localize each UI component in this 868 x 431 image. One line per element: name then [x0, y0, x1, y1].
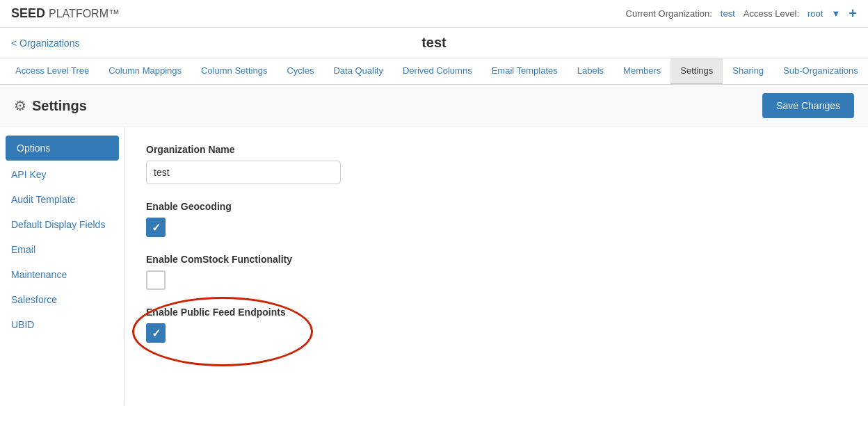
comstock-label: Enable ComStock Functionality: [146, 254, 847, 265]
nav-tab-sub-organizations[interactable]: Sub-Organizations: [773, 58, 868, 84]
comstock-field-group: Enable ComStock Functionality: [146, 254, 847, 290]
nav-tab-labels[interactable]: Labels: [568, 58, 613, 84]
top-right-area: Current Organization: test Access Level:…: [626, 6, 857, 22]
nav-tab-column-settings[interactable]: Column Settings: [191, 58, 277, 84]
access-label: Access Level:: [744, 8, 799, 19]
sidebar-item-default-display-fields[interactable]: Default Display Fields: [0, 212, 124, 237]
comstock-checkbox-wrapper: [146, 270, 847, 290]
nav-tab-access-level-tree[interactable]: Access Level Tree: [6, 58, 99, 84]
sidebar: OptionsAPI KeyAudit TemplateDefault Disp…: [0, 127, 125, 405]
nav-tabs: Access Level TreeColumn MappingsColumn S…: [0, 58, 868, 85]
logo: SEED PLATFORM™: [11, 6, 120, 21]
logo-platform: PLATFORM™: [49, 8, 120, 19]
geocoding-field-group: Enable Geocoding: [146, 201, 847, 237]
nav-tab-sharing[interactable]: Sharing: [723, 58, 773, 84]
top-bar: SEED PLATFORM™ Current Organization: tes…: [0, 0, 868, 28]
page-title: Settings: [32, 98, 87, 114]
geocoding-checkbox[interactable]: [146, 218, 166, 237]
sidebar-item-api-key[interactable]: API Key: [0, 162, 124, 187]
comstock-checkbox[interactable]: [146, 270, 166, 290]
geocoding-checkbox-wrapper: [146, 218, 847, 237]
sidebar-item-audit-template[interactable]: Audit Template: [0, 187, 124, 212]
settings-gear-icon: ⚙: [14, 97, 26, 114]
logo-seed: SEED: [11, 6, 45, 20]
public-feed-field-group: Enable Public Feed Endpoints: [146, 307, 286, 343]
nav-tab-cycles[interactable]: Cycles: [277, 58, 323, 84]
org-name-field-group: Organization Name: [146, 144, 847, 184]
sidebar-item-email[interactable]: Email: [0, 237, 124, 262]
nav-tab-data-quality[interactable]: Data Quality: [323, 58, 393, 84]
public-feed-label: Enable Public Feed Endpoints: [146, 307, 286, 318]
sidebar-item-maintenance[interactable]: Maintenance: [0, 262, 124, 287]
org-name-input[interactable]: [146, 161, 341, 184]
access-dropdown-icon[interactable]: ▼: [831, 8, 840, 19]
sidebar-item-options[interactable]: Options: [6, 136, 119, 161]
org-label: Current Organization:: [626, 8, 712, 19]
org-name-label: Organization Name: [146, 144, 847, 155]
breadcrumb-title: test: [421, 35, 447, 51]
nav-tab-column-mappings[interactable]: Column Mappings: [99, 58, 191, 84]
nav-tab-email-templates[interactable]: Email Templates: [482, 58, 568, 84]
main-content: OptionsAPI KeyAudit TemplateDefault Disp…: [0, 127, 868, 405]
org-name-link[interactable]: test: [721, 8, 735, 19]
sidebar-item-ubid[interactable]: UBID: [0, 312, 124, 337]
nav-tab-members[interactable]: Members: [613, 58, 670, 84]
breadcrumb-back-link[interactable]: < Organizations: [11, 38, 79, 49]
public-feed-checkbox-wrapper: [146, 323, 286, 343]
public-feed-checkbox[interactable]: [146, 323, 166, 343]
geocoding-label: Enable Geocoding: [146, 201, 847, 212]
page-header: ⚙ Settings Save Changes: [0, 85, 868, 127]
nav-tab-derived-columns[interactable]: Derived Columns: [393, 58, 482, 84]
access-level-value: root: [807, 8, 823, 19]
save-changes-button[interactable]: Save Changes: [762, 93, 854, 118]
content-area: Organization Name Enable Geocoding Enabl…: [125, 127, 868, 405]
page-header-left: ⚙ Settings: [14, 97, 87, 114]
sidebar-item-salesforce[interactable]: Salesforce: [0, 287, 124, 312]
add-button[interactable]: +: [849, 6, 857, 22]
nav-tab-settings[interactable]: Settings: [670, 58, 723, 84]
breadcrumb-bar: < Organizations test: [0, 28, 868, 58]
